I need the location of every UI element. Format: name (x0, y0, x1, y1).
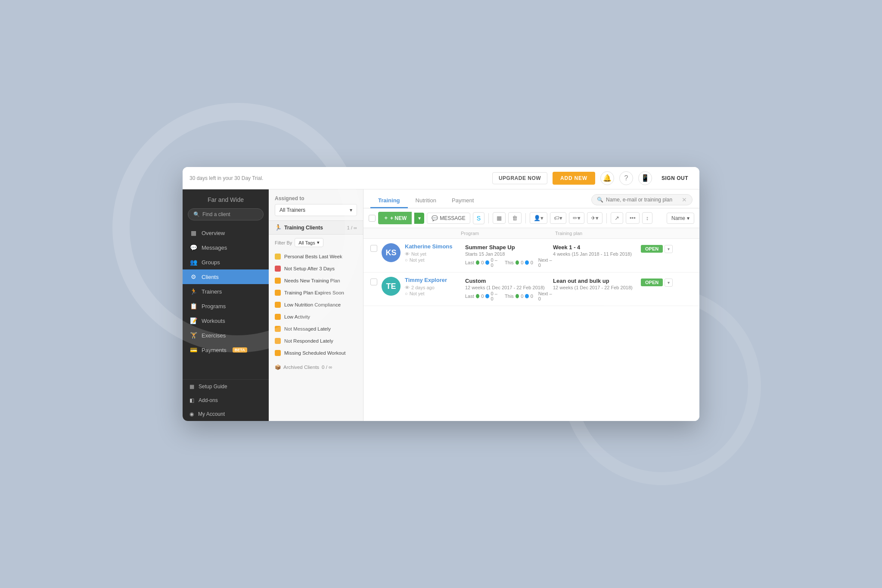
filter-by-label: Filter By (275, 240, 292, 245)
assign-trainer-button[interactable]: 👤▾ (530, 212, 547, 224)
filter-dot-gold (275, 254, 281, 260)
sidebar-item-label: Groups (202, 259, 220, 266)
client-toolbar: ＋ + NEW ▾ 💬 MESSAGE S ▦ 🗑 👤▾ 🏷▾ ✏▾ (363, 208, 699, 228)
client-checkbox[interactable] (370, 279, 377, 285)
archived-clients-row[interactable]: 📦 Archived Clients 0 / ∞ (269, 361, 363, 374)
message-button[interactable]: 💬 MESSAGE (427, 213, 470, 224)
setup-guide-icon: ▦ (189, 384, 194, 390)
exercises-icon: 🏋 (189, 332, 197, 339)
search-clear-icon[interactable]: ✕ (682, 196, 687, 203)
filter-item-missing-workout[interactable]: Missing Scheduled Workout (269, 347, 363, 359)
filter-item-not-responded[interactable]: Not Responded Lately (269, 335, 363, 347)
filter-item-low-nutrition[interactable]: Low Nutrition Compliance (269, 299, 363, 311)
sidebar-item-exercises[interactable]: 🏋 Exercises (183, 328, 269, 343)
sidebar-bottom-label: Add-ons (199, 397, 218, 403)
filter-dot-red (275, 266, 281, 272)
filter-item-not-messaged[interactable]: Not Messaged Lately (269, 323, 363, 335)
circle-icon: ○ (405, 291, 408, 296)
sidebar-item-clients[interactable]: ⚙ Clients (183, 269, 269, 284)
filter-item-personal-bests[interactable]: Personal Bests Last Week (269, 251, 363, 263)
filter-label: Personal Bests Last Week (284, 254, 342, 259)
client-search[interactable]: 🔍 Find a client (188, 208, 264, 220)
sign-out-button[interactable]: SIGN OUT (657, 173, 693, 184)
sidebar-item-trainers[interactable]: 🏃 Trainers (183, 284, 269, 299)
beta-badge: BETA (233, 347, 247, 353)
plan-name: Lean out and bulk up (553, 278, 641, 284)
help-icon[interactable]: ? (619, 171, 633, 185)
filter-label: Not Messaged Lately (284, 326, 331, 331)
sidebar-bottom-label: Setup Guide (199, 384, 227, 390)
status-chevron[interactable]: ▾ (665, 245, 673, 253)
filter-item-low-activity[interactable]: Low Activity (269, 311, 363, 323)
trainer-dropdown[interactable]: All Trainers ▾ (275, 204, 357, 216)
filter-dot-orange (275, 278, 281, 284)
sidebar-item-addons[interactable]: ◧ Add-ons (183, 393, 269, 407)
sidebar-item-setup-guide[interactable]: ▦ Setup Guide (183, 380, 269, 393)
sidebar-item-groups[interactable]: 👥 Groups (183, 255, 269, 269)
status-column: OPEN ▾ (641, 277, 693, 287)
sidebar-item-workouts[interactable]: 📝 Workouts (183, 313, 269, 328)
workouts-icon: 📝 (189, 317, 197, 324)
client-name[interactable]: Katherine Simons (405, 243, 465, 250)
sidebar-item-messages[interactable]: 💬 Messages (183, 240, 269, 255)
sort-chevron-icon: ▾ (687, 215, 689, 221)
sidebar-item-my-account[interactable]: ◉ My Account (183, 407, 269, 421)
clients-list: KS Katherine Simons 👁 Not yet ○ Not yet (363, 239, 699, 421)
app-window: 30 days left in your 30 Day Trial. UPGRA… (183, 167, 699, 421)
sidebar-item-overview[interactable]: ▦ Overview (183, 226, 269, 240)
plan-name: Week 1 - 4 (553, 244, 641, 251)
tab-payment[interactable]: Payment (444, 194, 481, 208)
tab-training[interactable]: Training (370, 194, 408, 208)
program-name: Summer Shape Up (465, 244, 553, 251)
client-plan: Week 1 - 4 4 weeks (15 Jan 2018 - 11 Feb… (553, 243, 641, 257)
send-button[interactable]: ✈▾ (587, 212, 602, 224)
client-checkbox[interactable] (370, 245, 377, 252)
skype-button[interactable]: S (473, 212, 484, 224)
new-client-button[interactable]: ＋ + NEW (378, 212, 412, 224)
tab-nutrition[interactable]: Nutrition (408, 194, 444, 208)
training-clients-header: 🏃 Training Clients 1 / ∞ (269, 220, 363, 235)
sidebar-item-programs[interactable]: 📋 Programs (183, 299, 269, 313)
filter-item-plan-expires[interactable]: Training Plan Expires Soon (269, 287, 363, 299)
filter-dot-orange (275, 338, 281, 344)
filter-dropdown[interactable]: All Tags ▾ (295, 238, 323, 247)
account-icon: ◉ (189, 411, 194, 417)
mobile-icon[interactable]: 📱 (638, 171, 652, 185)
pencil-button[interactable]: ✏▾ (569, 212, 584, 224)
more-button[interactable]: ••• (626, 212, 640, 224)
upgrade-button[interactable]: UPGRADE NOW (492, 172, 547, 184)
sort-icon-button[interactable]: ↕ (642, 212, 653, 224)
filter-item-needs-plan[interactable]: Needs New Training Plan (269, 275, 363, 287)
sort-dropdown[interactable]: Name ▾ (667, 213, 694, 224)
select-all-checkbox[interactable] (369, 215, 376, 222)
new-client-dropdown[interactable]: ▾ (414, 213, 424, 224)
sidebar-item-label: Payments (202, 347, 227, 353)
filter-dot-orange (275, 302, 281, 308)
client-search-input[interactable] (606, 197, 679, 203)
view-card-button[interactable]: ▦ (493, 212, 506, 224)
client-program: Summer Shape Up Starts 15 Jan 2018 Last … (465, 243, 553, 268)
client-row[interactable]: KS Katherine Simons 👁 Not yet ○ Not yet (363, 239, 699, 272)
status-column: OPEN ▾ (641, 243, 693, 253)
client-search-bar: 🔍 ✕ (591, 194, 693, 205)
notifications-icon[interactable]: 🔔 (600, 171, 614, 185)
archived-label: Archived Clients (283, 365, 319, 370)
client-row[interactable]: TE Timmy Explorer 👁 2 days ago ○ Not yet (363, 272, 699, 306)
training-plan-column-header: Training plan (555, 231, 649, 236)
status-chevron[interactable]: ▾ (665, 279, 673, 287)
client-last-seen: 👁 Not yet (405, 251, 465, 257)
delete-button[interactable]: 🗑 (508, 212, 522, 224)
filter-label: Needs New Training Plan (284, 278, 340, 283)
filter-item-not-setup[interactable]: Not Setup After 3 Days (269, 263, 363, 275)
search-placeholder: Find a client (202, 211, 230, 217)
share-button[interactable]: ↗ (611, 212, 623, 224)
client-name[interactable]: Timmy Explorer (405, 277, 465, 283)
program-column-header: Program (461, 231, 555, 236)
tag-button[interactable]: 🏷▾ (550, 212, 566, 224)
add-new-button[interactable]: ADD NEW (553, 172, 595, 185)
sidebar-item-payments[interactable]: 💳 Payments BETA (183, 343, 269, 357)
filter-dot-orange (275, 350, 281, 356)
filter-dot-orange (275, 314, 281, 320)
trial-notice: 30 days left in your 30 Day Trial. (189, 175, 487, 181)
payments-icon: 💳 (189, 347, 197, 353)
